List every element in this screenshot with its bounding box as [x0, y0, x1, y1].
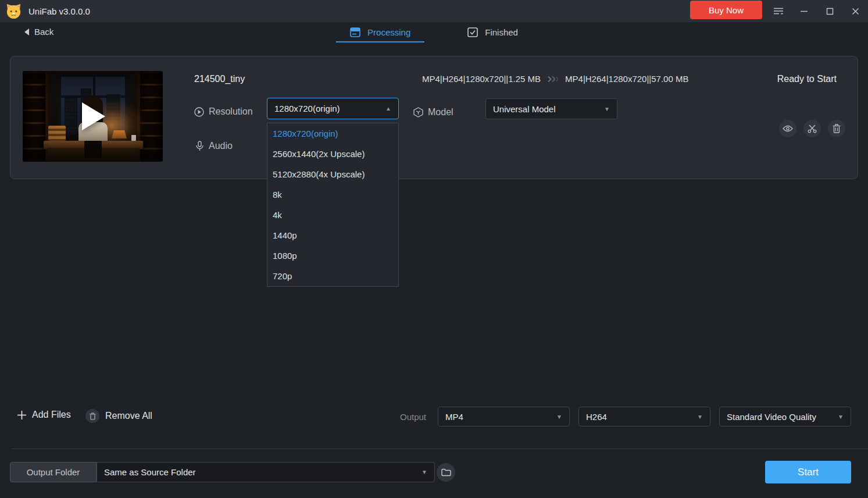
model-value: Universal Model	[493, 104, 556, 114]
resolution-label: Resolution	[209, 106, 253, 117]
menu-icon[interactable]	[766, 0, 791, 22]
caret-up-icon: ▲	[385, 105, 391, 112]
remove-all-trash-icon	[85, 409, 99, 423]
trash-icon	[833, 124, 841, 133]
titlebar: UniFab v3.0.0.0 Buy Now	[0, 0, 868, 22]
output-format-value: MP4	[445, 412, 463, 422]
output-folder-value: Same as Source Folder	[104, 467, 196, 477]
add-files-button[interactable]: Add Files	[17, 410, 71, 420]
video-thumbnail[interactable]	[23, 71, 163, 162]
remove-all-button[interactable]: Remove All	[85, 409, 152, 423]
tab-bar: Processing Finished	[0, 22, 868, 45]
caret-down-icon: ▼	[556, 414, 562, 420]
buy-now-button[interactable]: Buy Now	[690, 1, 762, 19]
output-format-select[interactable]: MP4 ▼	[438, 407, 570, 426]
model-select[interactable]: Universal Model ▼	[485, 98, 617, 119]
eye-icon	[783, 125, 793, 132]
tab-processing-label: Processing	[367, 27, 410, 37]
preview-button[interactable]	[779, 120, 796, 137]
dropdown-option[interactable]: 8k	[267, 184, 398, 205]
play-icon[interactable]	[81, 102, 105, 130]
caret-down-icon: ▼	[422, 469, 427, 475]
audio-mic-icon	[195, 141, 204, 151]
audio-row: Audio	[195, 141, 233, 151]
file-name: 214500_tiny	[194, 74, 245, 84]
file-info: MP4|H264|1280x720||1.25 MB MP4|H264|1280…	[422, 74, 688, 84]
target-file-info: MP4|H264|1280x720||57.00 MB	[565, 74, 688, 84]
dropdown-option[interactable]: 1440p	[267, 225, 398, 246]
convert-arrow-icon	[548, 76, 558, 82]
output-quality-select[interactable]: Standard Video Quality ▼	[719, 407, 851, 426]
finished-icon	[467, 27, 478, 37]
close-icon[interactable]	[842, 0, 868, 22]
output-label: Output	[400, 412, 426, 422]
resolution-select[interactable]: 1280x720(origin) ▲	[267, 98, 399, 119]
output-codec-select[interactable]: H264 ▼	[578, 407, 710, 426]
caret-down-icon: ▼	[697, 414, 703, 420]
dropdown-option[interactable]: 1280x720(origin)	[267, 123, 398, 144]
dropdown-option[interactable]: 720p	[267, 266, 398, 286]
resolution-dropdown-list: 1280x720(origin) 2560x1440(2x Upscale) 5…	[267, 123, 399, 287]
app-title: UniFab v3.0.0.0	[28, 6, 90, 16]
folder-icon	[441, 468, 451, 476]
remove-all-label: Remove All	[105, 411, 152, 421]
scissors-icon	[808, 124, 817, 133]
add-files-label: Add Files	[32, 410, 71, 420]
model-icon	[413, 107, 423, 118]
status-text: Ready to Start	[777, 74, 837, 84]
output-quality-value: Standard Video Quality	[727, 412, 816, 422]
minimize-icon[interactable]	[791, 0, 817, 22]
maximize-icon[interactable]	[817, 0, 842, 22]
file-actions	[779, 120, 845, 137]
footer-divider	[12, 449, 868, 449]
tab-finished[interactable]: Finished	[462, 22, 524, 42]
resolution-row: Resolution	[194, 106, 253, 117]
plus-icon	[17, 411, 26, 419]
start-button[interactable]: Start	[765, 461, 851, 483]
resolution-icon	[194, 107, 204, 117]
app-logo-cat-icon	[6, 3, 22, 19]
dropdown-option[interactable]: 2560x1440(2x Upscale)	[267, 144, 398, 164]
window-controls	[766, 0, 868, 22]
output-folder-button[interactable]: Output Folder	[10, 462, 97, 482]
tab-processing[interactable]: Processing	[344, 22, 416, 42]
dropdown-option[interactable]: 1080p	[267, 246, 398, 266]
model-row: Model	[413, 107, 453, 118]
output-codec-value: H264	[586, 412, 607, 422]
tab-finished-label: Finished	[485, 27, 518, 37]
resolution-value: 1280x720(origin)	[274, 104, 340, 113]
processing-icon	[350, 27, 360, 37]
caret-down-icon: ▼	[838, 414, 844, 420]
unifab-window: UniFab v3.0.0.0 Buy Now	[0, 0, 868, 498]
caret-down-icon: ▼	[604, 106, 610, 112]
file-card: 214500_tiny MP4|H264|1280x720||1.25 MB M…	[10, 56, 858, 179]
model-label: Model	[428, 107, 453, 118]
source-file-info: MP4|H264|1280x720||1.25 MB	[422, 74, 541, 84]
dropdown-option[interactable]: 4k	[267, 205, 398, 225]
dropdown-option[interactable]: 5120x2880(4x Upscale)	[267, 164, 398, 184]
output-folder-select[interactable]: Same as Source Folder ▼	[97, 462, 435, 482]
browse-folder-button[interactable]	[437, 463, 455, 482]
trim-button[interactable]	[803, 120, 821, 137]
nav-bar: Back Processing Finished	[0, 22, 868, 45]
audio-label: Audio	[209, 141, 233, 151]
delete-button[interactable]	[828, 120, 845, 137]
